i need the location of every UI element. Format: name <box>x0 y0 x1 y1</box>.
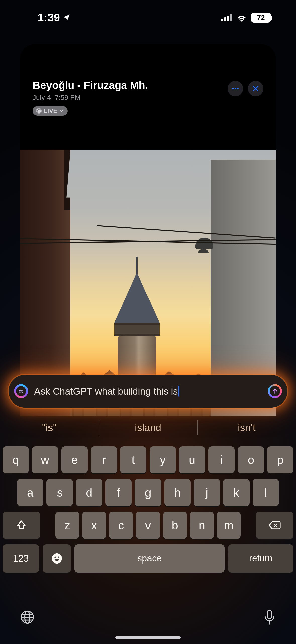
svg-rect-1 <box>224 17 226 21</box>
key-c[interactable]: c <box>109 512 133 539</box>
key-t[interactable]: t <box>120 446 146 473</box>
key-m[interactable]: m <box>217 512 241 539</box>
send-button[interactable] <box>268 384 282 398</box>
live-label: LIVE <box>44 107 57 114</box>
prediction-0[interactable]: "is" <box>0 416 99 440</box>
dictation-icon[interactable] <box>263 609 276 625</box>
battery-indicator: 72 <box>251 13 271 23</box>
live-icon <box>36 108 42 114</box>
key-w[interactable]: w <box>32 446 58 473</box>
battery-percent: 72 <box>257 14 265 22</box>
keyboard: q w e r t y u i o p a s d f g h j k l z … <box>0 443 296 644</box>
svg-rect-4 <box>230 14 232 21</box>
key-g[interactable]: g <box>135 479 161 506</box>
chat-input-text[interactable]: Ask ChatGPT what building this is <box>34 386 262 397</box>
more-options-button[interactable] <box>228 81 243 96</box>
photo-datetime: July 4 7:59 PM <box>33 94 148 102</box>
key-numbers[interactable]: 123 <box>3 544 39 573</box>
svg-rect-0 <box>221 19 223 21</box>
predictive-text-row: "is" island isn't <box>0 416 296 440</box>
emoji-icon <box>51 553 62 564</box>
key-s[interactable]: s <box>46 479 73 506</box>
key-o[interactable]: o <box>238 446 264 473</box>
key-h[interactable]: h <box>164 479 191 506</box>
text-caret <box>178 386 179 397</box>
key-u[interactable]: u <box>179 446 205 473</box>
key-y[interactable]: y <box>150 446 176 473</box>
svg-point-8 <box>232 88 234 89</box>
chatgpt-icon: ∞ <box>14 384 28 398</box>
home-indicator[interactable] <box>115 636 181 639</box>
location-icon <box>62 13 71 22</box>
key-p[interactable]: p <box>267 446 293 473</box>
key-shift[interactable] <box>3 512 40 539</box>
photo-header-actions <box>228 81 263 96</box>
photo-location-title: Beyoğlu - Firuzaga Mh. <box>33 79 148 91</box>
key-v[interactable]: v <box>136 512 160 539</box>
key-backspace[interactable] <box>256 512 293 539</box>
live-badge[interactable]: LIVE <box>33 106 68 116</box>
photo-card-header: Beyoğlu - Firuzaga Mh. July 4 7:59 PM LI… <box>20 44 276 123</box>
svg-rect-2 <box>227 16 229 21</box>
key-l[interactable]: l <box>253 479 279 506</box>
key-f[interactable]: f <box>105 479 132 506</box>
close-icon <box>252 85 259 92</box>
backspace-icon <box>268 520 281 530</box>
status-time: 1:39 <box>38 11 71 24</box>
keyboard-row-2: a s d f g h j k l <box>3 479 293 506</box>
keyboard-row-4: 123 space return <box>3 544 293 573</box>
key-emoji[interactable] <box>43 544 71 573</box>
ellipsis-icon <box>231 84 240 93</box>
keyboard-bottom-bar <box>0 600 296 644</box>
chevron-down-icon <box>59 108 64 113</box>
svg-point-5 <box>38 110 40 112</box>
photo-date: July 4 <box>33 94 51 101</box>
wifi-icon <box>236 14 247 22</box>
keyboard-row-1: q w e r t y u i o p <box>3 446 293 473</box>
svg-point-17 <box>54 556 56 558</box>
keyboard-row-3: z x c v b n m <box>3 512 293 539</box>
svg-point-10 <box>237 88 239 89</box>
globe-icon[interactable] <box>20 610 35 624</box>
close-button[interactable] <box>248 81 263 96</box>
shift-icon <box>16 520 27 531</box>
svg-point-16 <box>52 553 62 564</box>
key-b[interactable]: b <box>163 512 187 539</box>
status-bar: 1:39 72 <box>0 0 296 35</box>
chat-input-bar[interactable]: ∞ Ask ChatGPT what building this is <box>9 375 287 408</box>
key-n[interactable]: n <box>190 512 214 539</box>
key-k[interactable]: k <box>223 479 250 506</box>
status-time-text: 1:39 <box>38 11 60 24</box>
svg-rect-22 <box>267 610 271 619</box>
key-return[interactable]: return <box>228 544 293 573</box>
prediction-2[interactable]: isn't <box>197 416 296 440</box>
key-d[interactable]: d <box>76 479 102 506</box>
prediction-1[interactable]: island <box>99 416 198 440</box>
svg-point-9 <box>235 88 236 89</box>
key-i[interactable]: i <box>208 446 235 473</box>
key-r[interactable]: r <box>91 446 117 473</box>
svg-point-18 <box>58 556 59 558</box>
key-space[interactable]: space <box>74 544 225 573</box>
key-a[interactable]: a <box>17 479 43 506</box>
key-q[interactable]: q <box>3 446 29 473</box>
arrow-up-icon <box>272 388 278 394</box>
photo-card: Beyoğlu - Firuzaga Mh. July 4 7:59 PM LI… <box>20 44 276 416</box>
key-j[interactable]: j <box>194 479 220 506</box>
photo-time: 7:59 PM <box>55 94 81 101</box>
cellular-icon <box>221 14 233 21</box>
key-x[interactable]: x <box>82 512 106 539</box>
status-right: 72 <box>221 13 271 23</box>
key-z[interactable]: z <box>55 512 79 539</box>
chat-input-value: Ask ChatGPT what building this is <box>34 386 178 397</box>
key-e[interactable]: e <box>61 446 88 473</box>
photo-meta: Beyoğlu - Firuzaga Mh. July 4 7:59 PM LI… <box>33 79 148 116</box>
